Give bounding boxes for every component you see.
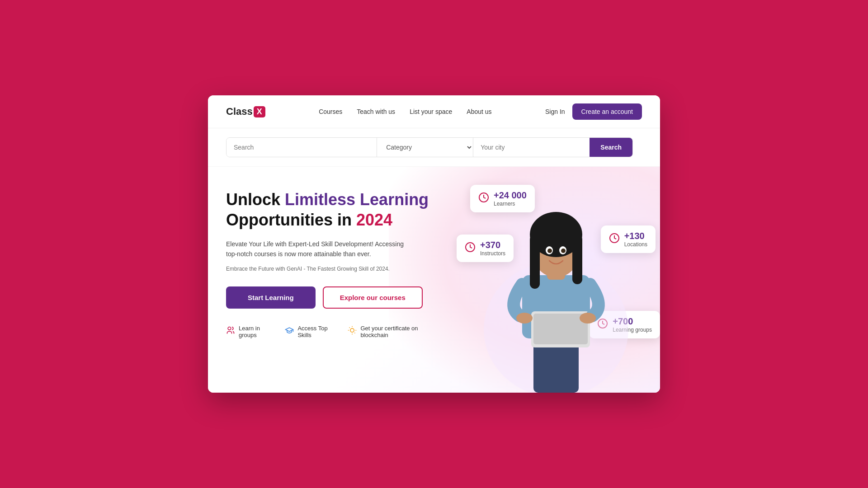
svg-point-1 (350, 328, 354, 332)
feature-groups-label: Learn in groups (239, 325, 272, 338)
feature-skills-label: Access Top Skills (297, 325, 335, 338)
hero-title-highlight: Limitless Learning (285, 190, 429, 209)
nav-links: Courses Teach with us List your space Ab… (319, 108, 491, 116)
hero-section: Unlock Limitless Learning Opportunities … (208, 167, 660, 393)
nav-teach[interactable]: Teach with us (357, 108, 395, 115)
svg-rect-18 (530, 235, 540, 289)
feature-groups: Learn in groups (226, 325, 272, 338)
hero-title-middle: Opportunities in (226, 211, 356, 229)
hero-features: Learn in groups Access Top Skills Get yo… (226, 325, 434, 338)
hero-title: Unlock Limitless Learning Opportunities … (226, 189, 434, 230)
navbar: Class X Courses Teach with us List your … (208, 95, 660, 128)
svg-line-4 (349, 328, 350, 328)
nav-about[interactable]: About us (467, 108, 491, 115)
hero-content: Unlock Limitless Learning Opportunities … (208, 167, 452, 393)
feature-certificate-label: Get your certificate on blockchain (360, 325, 434, 338)
person-illustration (479, 185, 633, 393)
start-learning-button[interactable]: Start Learning (226, 286, 316, 309)
nav-courses[interactable]: Courses (319, 108, 342, 115)
svg-point-26 (516, 313, 533, 324)
hero-tagline: Embrace the Future with GenAI - The Fast… (226, 266, 434, 272)
logo-x: X (254, 106, 265, 117)
hero-title-prefix: Unlock (226, 190, 285, 209)
svg-rect-25 (533, 314, 588, 344)
groups-icon (226, 326, 235, 337)
hero-buttons: Start Learning Explore our courses (226, 286, 434, 309)
nav-actions: Sign In Create an account (545, 103, 642, 120)
browser-window: Class X Courses Teach with us List your … (208, 95, 660, 393)
hero-subtitle: Elevate Your Life with Expert-Led Skill … (226, 239, 416, 259)
search-bar: Category Technology Business Design Mark… (226, 137, 633, 157)
feature-certificate: Get your certificate on blockchain (348, 325, 434, 338)
svg-point-27 (580, 313, 596, 324)
svg-line-5 (355, 333, 355, 333)
feature-skills: Access Top Skills (285, 325, 335, 338)
svg-point-22 (547, 249, 552, 253)
svg-point-23 (561, 249, 566, 253)
stat-instructors-icon (465, 242, 476, 255)
logo-text: Class (226, 106, 253, 117)
create-account-button[interactable]: Create an account (572, 103, 642, 120)
search-input[interactable] (226, 138, 377, 157)
explore-courses-button[interactable]: Explore our courses (323, 286, 423, 309)
svg-rect-19 (572, 235, 582, 284)
category-select[interactable]: Category Technology Business Design Mark… (377, 138, 473, 157)
nav-list-space[interactable]: List your space (410, 108, 452, 115)
certificate-icon (348, 326, 357, 337)
hero-image-area: +24 000 Learners +370 Instructors (452, 167, 660, 393)
svg-point-0 (228, 327, 231, 330)
signin-button[interactable]: Sign In (545, 108, 565, 115)
skills-icon (285, 326, 294, 337)
search-section: Category Technology Business Design Mark… (208, 128, 660, 167)
hero-title-year: 2024 (356, 211, 392, 229)
city-input[interactable] (473, 138, 590, 157)
search-button[interactable]: Search (590, 138, 632, 157)
logo: Class X (226, 106, 265, 117)
